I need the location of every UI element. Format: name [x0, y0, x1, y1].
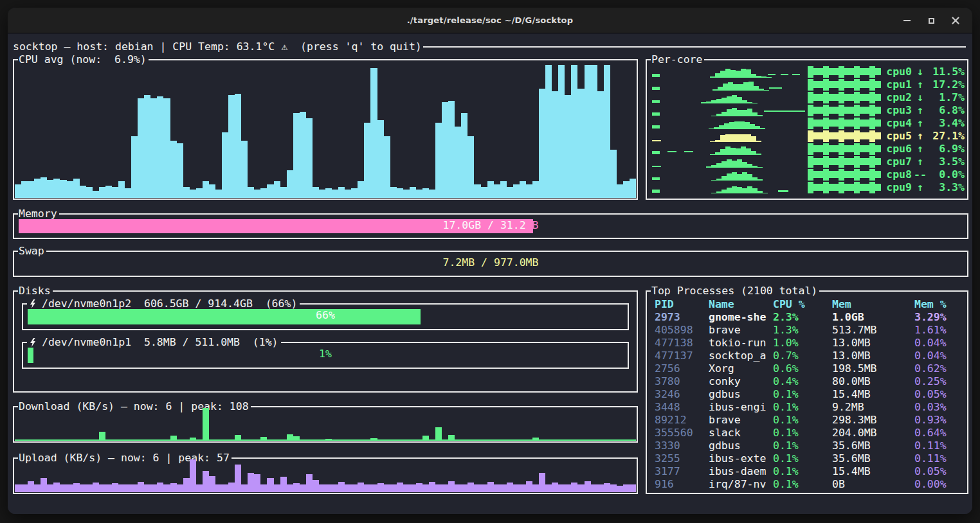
- chart-bar: [170, 483, 177, 492]
- pmem-cell: 9.2MB: [832, 401, 864, 414]
- process-row: 89212brave0.1%298.3MB0.93%: [647, 414, 967, 427]
- chart-bar: [125, 439, 131, 441]
- pmem-cell: 15.4MB: [832, 388, 871, 401]
- chart-bar: [403, 190, 410, 198]
- per-core-row: cpu6↑6.9%: [651, 143, 965, 155]
- chart-bar: [228, 95, 235, 198]
- pid-cell: 89212: [655, 414, 687, 427]
- chart-bar: [150, 439, 157, 441]
- chart-bar: [60, 180, 66, 198]
- chart-bar: [28, 181, 34, 198]
- spark-dash: [778, 190, 788, 192]
- terminal-screen[interactable]: socktop — host: debian | CPU Temp: 63.1°…: [8, 34, 972, 514]
- memory-meter: 17.0GB / 31.2GB: [19, 219, 963, 233]
- chart-bar: [190, 459, 196, 492]
- chart-bar: [539, 89, 545, 198]
- chart-bar: [93, 439, 99, 441]
- pname-cell: conky: [709, 375, 741, 388]
- chart-bar: [500, 484, 507, 492]
- chart-bar: [209, 439, 215, 441]
- chart-bar: [552, 91, 558, 198]
- process-row: 3255ibus-exte0.1%35.6MB0.11%: [647, 452, 967, 465]
- chart-bar: [442, 484, 448, 492]
- process-row: 916irq/87-nv0.1%0B0.00%: [647, 478, 967, 491]
- spark-hill: [710, 66, 772, 78]
- process-row: 2756Xorg0.6%198.5MB0.62%: [647, 362, 967, 375]
- chart-bar: [190, 190, 196, 198]
- process-row: 3177ibus-daem0.1%15.4MB0.05%: [647, 465, 967, 478]
- spark-hill: [710, 130, 772, 142]
- chart-bar: [597, 91, 604, 198]
- chart-bar: [481, 484, 487, 492]
- pid-cell: 405898: [655, 324, 693, 337]
- chart-bar: [215, 190, 222, 198]
- chart-bar: [28, 481, 34, 492]
- pid-cell: 3330: [655, 439, 680, 452]
- chart-bar: [203, 408, 209, 441]
- pname-cell: tokio-run: [709, 337, 766, 350]
- chart-bar: [410, 187, 416, 198]
- chart-bar: [254, 474, 260, 492]
- chart-bar: [545, 439, 552, 441]
- per-core-row: cpu8--0.0%: [651, 168, 965, 181]
- pname-cell: gdbus: [709, 439, 741, 452]
- chart-bar: [183, 478, 190, 492]
- close-icon[interactable]: [948, 13, 963, 28]
- pcpu-cell: 0.1%: [773, 465, 799, 478]
- chart-bar: [260, 437, 267, 441]
- memory-usage-text: 17.0GB / 31.2GB: [19, 219, 963, 233]
- chart-bar: [397, 188, 403, 198]
- titlebar: ./target/release/soc ~/D/G/socktop: [8, 8, 972, 33]
- chart-bar: [280, 477, 287, 492]
- pname-cell: Xorg: [709, 362, 734, 375]
- memory-panel: Memory 17.0GB / 31.2GB: [13, 213, 968, 239]
- chart-bar: [338, 187, 345, 198]
- core-trend-icon: ↓: [912, 91, 929, 104]
- window-controls: [899, 8, 963, 33]
- chart-bar: [617, 486, 623, 492]
- chart-bar: [577, 89, 584, 198]
- chart-bar: [623, 439, 630, 441]
- pid-cell: 916: [655, 478, 674, 491]
- pname-cell: gdbus: [709, 388, 741, 401]
- chart-bar: [435, 123, 442, 198]
- chart-bar: [345, 190, 351, 198]
- pid-cell: 2756: [655, 362, 680, 375]
- chart-bar: [623, 484, 630, 492]
- core-name: cpu6: [886, 143, 912, 155]
- per-core-list: cpu0↓11.5%cpu1↑17.2%cpu2↓1.7%cpu3↑6.8%cp…: [651, 66, 965, 194]
- maximize-icon[interactable]: [923, 13, 939, 28]
- disk-title: /dev/nvme0n1p1 5.8MB / 511.0MB (1%): [27, 336, 281, 349]
- core-name: cpu4: [886, 117, 912, 130]
- chart-bar: [163, 439, 170, 441]
- chart-bar: [203, 471, 209, 492]
- core-value: 3.3%: [929, 181, 965, 194]
- chart-bar: [526, 439, 532, 441]
- per-core-stat: cpu9↑3.3%: [881, 181, 965, 194]
- chart-bar: [41, 439, 47, 441]
- per-core-row: cpu7↑3.5%: [651, 155, 965, 168]
- cpu-history-chart: [15, 61, 636, 198]
- chart-bar: [248, 439, 254, 441]
- chart-bar: [228, 483, 235, 492]
- chart-bar: [358, 181, 364, 198]
- chart-bar: [403, 439, 410, 441]
- core-trend-icon: ↑: [912, 117, 929, 130]
- chart-bar: [513, 184, 520, 198]
- chart-bar: [604, 65, 610, 198]
- column-header: Mem: [832, 298, 851, 311]
- chart-bar: [617, 184, 623, 198]
- chart-bar: [487, 181, 494, 198]
- chart-bar: [267, 439, 273, 441]
- chart-bar: [306, 118, 313, 198]
- chart-bar: [630, 179, 636, 198]
- spark-tick: [652, 74, 660, 77]
- minimize-icon[interactable]: [899, 13, 914, 28]
- chart-bar: [15, 484, 21, 492]
- spark-block: [808, 92, 881, 103]
- pmem-cell: 15.4MB: [832, 465, 871, 478]
- chart-bar: [228, 439, 235, 441]
- column-header: CPU %: [773, 298, 805, 311]
- chart-bar: [442, 102, 448, 198]
- disk-percent-text: 66%: [28, 309, 623, 324]
